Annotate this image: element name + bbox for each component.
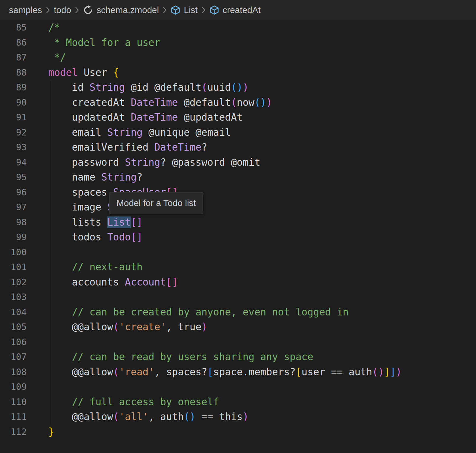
code-line-content: // full access by oneself xyxy=(30,395,219,410)
code-line[interactable]: 104 // can be created by anyone, even no… xyxy=(0,305,476,320)
code-token: ( xyxy=(113,321,119,333)
code-line-content: createdAt DateTime @default(now()) xyxy=(30,95,272,110)
code-lines: 85/*86 * Model for a user87 */88model Us… xyxy=(0,20,476,439)
code-token: // can be read by users sharing any spac… xyxy=(72,351,313,363)
code-line[interactable]: 100 xyxy=(0,245,476,260)
code-token: [] xyxy=(131,231,143,243)
code-line[interactable]: 99 todos Todo[] xyxy=(0,230,476,245)
code-token: 'read' xyxy=(119,366,154,378)
code-line-content: @@allow('read', spaces?[space.members?[u… xyxy=(30,365,402,380)
breadcrumb-label: samples xyxy=(9,5,42,15)
code-token: accounts xyxy=(48,276,125,288)
breadcrumb-item-samples[interactable]: samples xyxy=(9,5,42,15)
code-token: [] xyxy=(131,216,143,228)
code-line[interactable]: 90 createdAt DateTime @default(now()) xyxy=(0,95,476,110)
code-token: /* xyxy=(48,22,60,33)
code-line-content: } xyxy=(30,425,54,440)
line-number: 98 xyxy=(0,215,30,230)
code-token: [ xyxy=(207,366,213,378)
chevron-right-icon xyxy=(75,6,79,14)
code-line[interactable]: 112} xyxy=(0,425,476,440)
code-line[interactable]: 89 id String @id @default(uuid()) xyxy=(0,80,476,95)
breadcrumb-item-list-symbol[interactable]: List xyxy=(171,5,198,15)
code-line[interactable]: 105 @@allow('create', true) xyxy=(0,320,476,335)
code-line[interactable]: 111 @@allow('all', auth() == this) xyxy=(0,409,476,425)
code-line-content: @@allow('all', auth() == this) xyxy=(30,409,249,425)
line-number: 104 xyxy=(0,305,30,320)
indent-guide xyxy=(51,80,51,425)
code-area[interactable]: 85/*86 * Model for a user87 */88model Us… xyxy=(0,20,476,439)
line-number: 88 xyxy=(0,65,30,80)
breadcrumb-item-todo[interactable]: todo xyxy=(54,5,71,15)
code-line[interactable]: 102 accounts Account[] xyxy=(0,275,476,290)
code-token: @@allow xyxy=(48,411,113,422)
line-number: 103 xyxy=(0,290,30,305)
code-token: name xyxy=(48,171,101,183)
code-token xyxy=(48,306,72,318)
code-token: @default xyxy=(178,97,231,108)
code-token: String xyxy=(101,171,137,183)
code-token: emailVerified xyxy=(48,141,154,153)
code-token: @@allow xyxy=(48,321,113,333)
line-number: 91 xyxy=(0,110,30,125)
code-line[interactable]: 110 // full access by oneself xyxy=(0,395,476,410)
line-number: 109 xyxy=(0,379,30,395)
breadcrumb-label: todo xyxy=(54,5,71,15)
code-line[interactable]: 92 email String @unique @email xyxy=(0,125,476,140)
code-token: // full access by oneself xyxy=(72,396,219,408)
code-token: () xyxy=(184,411,196,422)
code-line-content xyxy=(30,335,48,350)
code-line[interactable]: 109 xyxy=(0,379,476,395)
code-line[interactable]: 94 password String? @password @omit xyxy=(0,155,476,170)
code-token: todos xyxy=(48,231,107,243)
breadcrumb-label: createdAt xyxy=(223,5,261,15)
code-line[interactable]: 96 spaces SpaceUser[] xyxy=(0,185,476,200)
code-line-content xyxy=(30,290,48,305)
code-line[interactable]: 97 image String? xyxy=(0,200,476,215)
code-line-content: */ xyxy=(30,50,66,65)
breadcrumb-item-createdat-symbol[interactable]: createdAt xyxy=(210,5,261,15)
line-number: 95 xyxy=(0,170,30,185)
code-line[interactable]: 106 xyxy=(0,335,476,350)
code-line[interactable]: 85/* xyxy=(0,20,476,35)
code-token: * Model for a user xyxy=(48,37,160,48)
code-token: @updatedAt xyxy=(178,111,243,123)
code-line-content: // can be created by anyone, even not lo… xyxy=(30,305,349,320)
code-token: ] xyxy=(384,366,390,378)
code-token: ) xyxy=(243,411,249,422)
code-line[interactable]: 98 lists List[] xyxy=(0,215,476,230)
code-line[interactable]: 95 name String? xyxy=(0,170,476,185)
line-number: 93 xyxy=(0,140,30,155)
code-line[interactable]: 88model User { xyxy=(0,65,476,80)
code-token: // next-auth xyxy=(72,261,142,273)
code-token: [] xyxy=(166,276,178,288)
line-number: 110 xyxy=(0,395,30,410)
code-token: ( xyxy=(231,97,237,108)
code-line-content: todos Todo[] xyxy=(30,230,143,245)
line-number: 85 xyxy=(0,20,30,35)
code-line[interactable]: 107 // can be read by users sharing any … xyxy=(0,350,476,365)
code-token: createdAt xyxy=(48,97,131,108)
code-line[interactable]: 108 @@allow('read', spaces?[space.member… xyxy=(0,365,476,380)
sync-icon xyxy=(83,5,93,15)
code-line[interactable]: 91 updatedAt DateTime @updatedAt xyxy=(0,110,476,125)
code-line[interactable]: 101 // next-auth xyxy=(0,260,476,275)
code-token: updatedAt xyxy=(48,111,131,123)
code-token: Todo xyxy=(107,231,131,243)
code-line[interactable]: 87 */ xyxy=(0,50,476,65)
line-number: 87 xyxy=(0,50,30,65)
code-line[interactable]: 103 xyxy=(0,290,476,305)
code-line-content: updatedAt DateTime @updatedAt xyxy=(30,110,243,125)
breadcrumb-item-schema-zmodel[interactable]: schema.zmodel xyxy=(83,5,159,15)
code-token: ) xyxy=(266,97,272,108)
code-line[interactable]: 93 emailVerified DateTime? xyxy=(0,140,476,155)
code-token: [ xyxy=(295,366,301,378)
code-token: DateTime xyxy=(131,111,178,123)
code-line-content: * Model for a user xyxy=(30,35,160,50)
breadcrumb-label: schema.zmodel xyxy=(97,5,159,15)
code-line[interactable]: 86 * Model for a user xyxy=(0,35,476,50)
code-token: == this xyxy=(196,411,243,422)
line-number: 102 xyxy=(0,275,30,290)
line-number: 101 xyxy=(0,260,30,275)
code-token: ) xyxy=(396,366,402,378)
